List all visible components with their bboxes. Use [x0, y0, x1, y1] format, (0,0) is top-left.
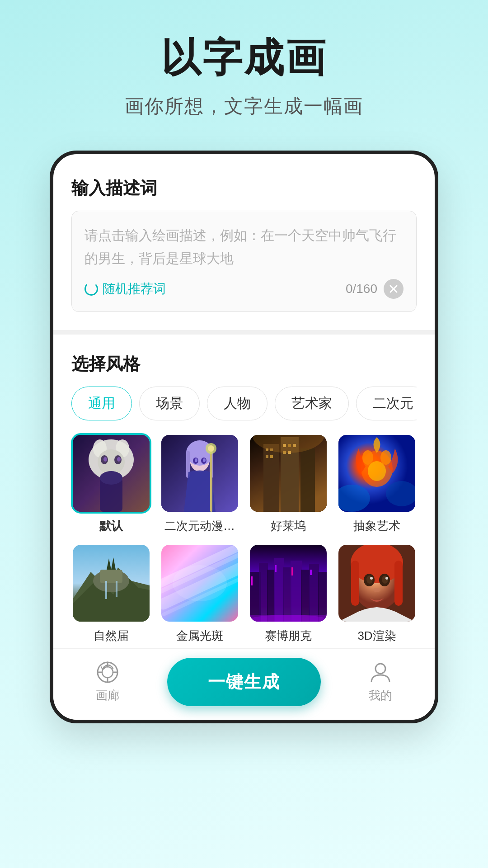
svg-point-19 [203, 458, 206, 462]
svg-rect-58 [267, 570, 275, 622]
svg-point-10 [100, 471, 122, 485]
style-item-abstract[interactable]: 抽象艺术 [337, 435, 417, 534]
style-item-cyberpunk[interactable]: 赛博朋克 [249, 545, 328, 644]
style-item-anime[interactable]: 二次元动漫… [160, 435, 239, 534]
clear-button[interactable] [384, 279, 404, 299]
svg-point-22 [208, 445, 214, 452]
svg-rect-74 [351, 561, 359, 606]
style-image-hollywood [250, 435, 327, 512]
svg-point-79 [382, 576, 388, 584]
nav-profile-label: 我的 [369, 688, 392, 703]
svg-rect-20 [210, 448, 212, 512]
style-image-3d [338, 545, 415, 622]
nav-gallery-label: 画廊 [96, 688, 119, 703]
svg-point-78 [366, 576, 373, 584]
svg-rect-68 [310, 570, 312, 575]
svg-rect-62 [301, 570, 310, 622]
style-label-cyberpunk: 赛博朋克 [265, 628, 312, 644]
style-section-title: 选择风格 [71, 353, 417, 376]
svg-point-82 [373, 588, 380, 592]
phone-frame: 输入描述词 请点击输入绘画描述，例如：在一个天空中帅气飞行的男生，背后是星球大地… [50, 151, 438, 723]
style-image-nature [73, 545, 150, 622]
svg-point-41 [368, 461, 386, 481]
svg-point-7 [103, 457, 107, 462]
style-image-anime [161, 435, 238, 512]
tab-character[interactable]: 人物 [207, 387, 267, 420]
phone-content: 输入描述词 请点击输入绘画描述，例如：在一个天空中帅气飞行的男生，背后是星球大地… [53, 154, 435, 644]
svg-rect-64 [318, 572, 327, 622]
svg-rect-30 [270, 455, 273, 458]
input-placeholder: 请点击输入绘画描述，例如：在一个天空中帅气飞行的男生，背后是星球大地 [84, 224, 404, 270]
svg-rect-29 [266, 455, 268, 458]
tab-artist[interactable]: 艺术家 [275, 387, 349, 420]
svg-point-18 [195, 458, 197, 462]
style-label-anime: 二次元动漫… [164, 518, 235, 534]
style-grid-row2: 自然届 [71, 545, 417, 644]
main-title: 以字成画 [27, 36, 461, 80]
input-toolbar: 随机推荐词 0/160 [84, 279, 404, 299]
style-image-metallic [161, 545, 238, 622]
svg-rect-47 [105, 581, 107, 599]
random-recommend-label: 随机推荐词 [103, 280, 166, 297]
svg-rect-57 [259, 563, 268, 622]
svg-rect-60 [283, 567, 291, 622]
svg-rect-26 [300, 448, 315, 512]
style-item-default[interactable]: 默认 [71, 435, 151, 534]
random-recommend-button[interactable]: 随机推荐词 [84, 280, 166, 297]
svg-point-8 [117, 457, 121, 462]
user-icon [369, 660, 392, 684]
svg-point-54 [173, 565, 227, 601]
svg-rect-24 [263, 444, 279, 512]
svg-point-40 [380, 450, 391, 465]
char-current: 0/160 [346, 282, 377, 296]
svg-rect-48 [116, 581, 117, 597]
svg-rect-65 [251, 576, 253, 585]
bottom-nav: 画廊 一键生成 我的 [53, 648, 435, 720]
svg-point-81 [385, 577, 388, 580]
refresh-icon [84, 282, 98, 296]
generate-button[interactable]: 一键生成 [167, 658, 321, 706]
style-label-default: 默认 [99, 518, 123, 534]
svg-point-80 [370, 577, 373, 580]
text-input-area[interactable]: 请点击输入绘画描述，例如：在一个天空中帅气飞行的男生，背后是星球大地 随机推荐词… [71, 211, 417, 312]
svg-rect-75 [394, 561, 403, 606]
style-item-hollywood[interactable]: 好莱坞 [249, 435, 328, 534]
style-item-3d[interactable]: 3D渲染 [337, 545, 417, 644]
style-label-metallic: 金属光斑 [176, 628, 223, 644]
tab-anime2d[interactable]: 二次元 [356, 387, 417, 420]
style-label-abstract: 抽象艺术 [353, 518, 400, 534]
style-label-hollywood: 好莱坞 [271, 518, 306, 534]
header: 以字成画 画你所想，文字生成一幅画 [0, 0, 488, 128]
char-count-area: 0/160 [346, 279, 404, 299]
input-section-title: 输入描述词 [71, 177, 417, 200]
svg-rect-46 [100, 570, 122, 583]
style-item-nature[interactable]: 自然届 [71, 545, 151, 644]
style-image-abstract [338, 435, 415, 512]
svg-rect-66 [275, 565, 277, 572]
section-divider [53, 330, 435, 335]
style-grid-row1: 默认 [71, 435, 417, 534]
style-label-nature: 自然届 [94, 628, 129, 644]
nav-gallery[interactable]: 画廊 [80, 660, 135, 703]
tab-general[interactable]: 通用 [71, 387, 132, 420]
nav-profile[interactable]: 我的 [353, 660, 408, 703]
style-item-metallic[interactable]: 金属光斑 [160, 545, 239, 644]
style-image-default [73, 435, 150, 512]
tab-scene[interactable]: 场景 [139, 387, 200, 420]
style-image-cyberpunk [250, 545, 327, 622]
subtitle: 画你所想，文字生成一幅画 [27, 94, 461, 119]
style-tabs: 通用 场景 人物 艺术家 二次元 [71, 387, 417, 420]
style-label-3d: 3D渲染 [357, 628, 396, 644]
svg-point-39 [362, 450, 373, 465]
gallery-icon [96, 660, 119, 684]
svg-rect-67 [291, 567, 293, 576]
svg-point-89 [375, 664, 385, 674]
